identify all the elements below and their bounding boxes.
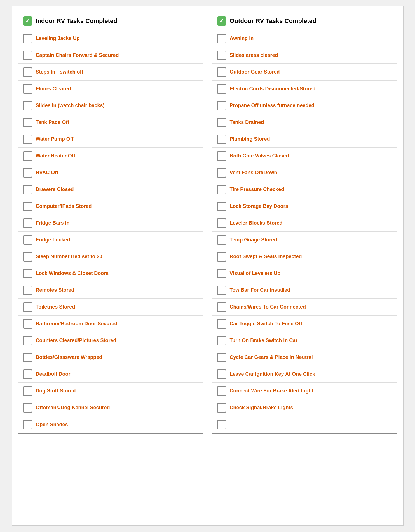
right-item-label-22: Check Signal/Brake Lights bbox=[230, 405, 293, 411]
right-checkbox-10[interactable] bbox=[217, 202, 226, 211]
left-checkbox-22[interactable] bbox=[23, 403, 32, 413]
left-checkbox-21[interactable] bbox=[23, 386, 32, 396]
right-checkbox-5[interactable] bbox=[217, 118, 226, 127]
right-header-checkbox[interactable] bbox=[217, 16, 226, 26]
left-list-item: Computer/IPads Stored bbox=[18, 198, 203, 215]
left-checkbox-10[interactable] bbox=[23, 202, 32, 211]
right-list-item: Turn On Brake Switch In Car bbox=[212, 332, 397, 349]
right-checkbox-6[interactable] bbox=[217, 135, 226, 144]
left-checkbox-4[interactable] bbox=[23, 101, 32, 110]
right-checkbox-2[interactable] bbox=[217, 67, 226, 77]
right-checkbox-14[interactable] bbox=[217, 269, 226, 278]
right-checkbox-23[interactable] bbox=[217, 420, 226, 429]
left-checkbox-3[interactable] bbox=[23, 84, 32, 94]
right-checkbox-4[interactable] bbox=[217, 101, 226, 110]
left-list-item: HVAC Off bbox=[18, 164, 203, 181]
left-checkbox-7[interactable] bbox=[23, 151, 32, 161]
left-checkbox-14[interactable] bbox=[23, 269, 32, 278]
right-checkbox-3[interactable] bbox=[217, 84, 226, 94]
right-checkbox-15[interactable] bbox=[217, 286, 226, 295]
left-item-label-11: Fridge Bars In bbox=[36, 220, 70, 226]
left-checkbox-20[interactable] bbox=[23, 369, 32, 379]
right-item-label-3: Electric Cords Disconnected/Stored bbox=[230, 86, 316, 92]
right-item-label-14: Visual of Levelers Up bbox=[230, 270, 281, 276]
right-list-item: Lock Storage Bay Doors bbox=[212, 198, 397, 215]
left-checkbox-1[interactable] bbox=[23, 51, 32, 60]
right-column: Outdoor RV Tasks Completed Awning InSlid… bbox=[212, 12, 397, 434]
right-checkbox-12[interactable] bbox=[217, 235, 226, 245]
left-list-item: Water Pump Off bbox=[18, 131, 203, 148]
left-checkbox-0[interactable] bbox=[23, 34, 32, 43]
left-item-label-0: Leveling Jacks Up bbox=[36, 36, 80, 41]
left-checkbox-18[interactable] bbox=[23, 336, 32, 345]
right-list-item bbox=[212, 416, 397, 433]
right-checkbox-19[interactable] bbox=[217, 353, 226, 362]
left-checkbox-17[interactable] bbox=[23, 319, 32, 329]
left-checkbox-12[interactable] bbox=[23, 235, 32, 245]
left-item-label-17: Bathroom/Bedroom Door Secured bbox=[36, 321, 118, 327]
right-checkbox-8[interactable] bbox=[217, 168, 226, 178]
right-checklist: Awning InSlides areas clearedOutdoor Gea… bbox=[212, 30, 397, 433]
right-checkbox-22[interactable] bbox=[217, 403, 226, 413]
right-item-label-2: Outdoor Gear Stored bbox=[230, 69, 280, 75]
left-checkbox-8[interactable] bbox=[23, 168, 32, 178]
right-checkbox-17[interactable] bbox=[217, 319, 226, 329]
right-item-label-0: Awning In bbox=[230, 36, 254, 41]
right-column-header: Outdoor RV Tasks Completed bbox=[212, 12, 397, 30]
right-list-item: Roof Swept & Seals Inspected bbox=[212, 248, 397, 265]
right-item-label-6: Plumbing Stored bbox=[230, 136, 270, 142]
right-list-item: Outdoor Gear Stored bbox=[212, 64, 397, 81]
left-checkbox-19[interactable] bbox=[23, 353, 32, 362]
left-column-header: Indoor RV Tasks Completed bbox=[18, 12, 203, 30]
left-list-item: Leveling Jacks Up bbox=[18, 30, 203, 47]
right-checkbox-13[interactable] bbox=[217, 252, 226, 262]
left-list-item: Remotes Stored bbox=[18, 282, 203, 299]
right-checkbox-9[interactable] bbox=[217, 185, 226, 194]
left-list-item: Bottles/Glassware Wrapped bbox=[18, 349, 203, 366]
right-checkbox-11[interactable] bbox=[217, 218, 226, 228]
left-checkbox-16[interactable] bbox=[23, 302, 32, 312]
right-checkbox-16[interactable] bbox=[217, 302, 226, 312]
right-item-label-4: Propane Off unless furnace needed bbox=[230, 103, 315, 109]
left-header-checkbox[interactable] bbox=[23, 16, 32, 26]
left-checkbox-13[interactable] bbox=[23, 252, 32, 262]
right-list-item: Chains/Wires To Car Connected bbox=[212, 299, 397, 316]
right-checkbox-1[interactable] bbox=[217, 51, 226, 60]
left-checklist: Leveling Jacks UpCaptain Chairs Forward … bbox=[18, 30, 203, 433]
left-checkbox-15[interactable] bbox=[23, 286, 32, 295]
left-item-label-5: Tank Pads Off bbox=[36, 119, 69, 125]
left-item-label-6: Water Pump Off bbox=[36, 136, 74, 142]
left-list-item: Open Shades bbox=[18, 416, 203, 433]
left-checkbox-9[interactable] bbox=[23, 185, 32, 194]
left-checkbox-11[interactable] bbox=[23, 218, 32, 228]
left-list-item: Ottomans/Dog Kennel Secured bbox=[18, 399, 203, 416]
left-item-label-13: Sleep Number Bed set to 20 bbox=[36, 254, 102, 260]
left-checkbox-2[interactable] bbox=[23, 67, 32, 77]
right-checkbox-18[interactable] bbox=[217, 336, 226, 345]
right-item-label-8: Vent Fans Off/Down bbox=[230, 170, 277, 176]
left-item-label-4: Slides In (watch chair backs) bbox=[36, 103, 105, 109]
left-list-item: Slides In (watch chair backs) bbox=[18, 97, 203, 114]
left-checkbox-6[interactable] bbox=[23, 135, 32, 144]
left-item-label-21: Dog Stuff Stored bbox=[36, 388, 76, 394]
left-item-label-15: Remotes Stored bbox=[36, 287, 74, 293]
left-checkbox-5[interactable] bbox=[23, 118, 32, 127]
left-checkbox-23[interactable] bbox=[23, 420, 32, 429]
left-item-label-9: Drawers Closed bbox=[36, 187, 74, 192]
left-item-label-19: Bottles/Glassware Wrapped bbox=[36, 354, 102, 360]
right-list-item: Tow Bar For Car Installed bbox=[212, 282, 397, 299]
right-item-label-19: Cycle Car Gears & Place In Neutral bbox=[230, 354, 313, 360]
right-item-label-1: Slides areas cleared bbox=[230, 52, 278, 58]
right-checkbox-21[interactable] bbox=[217, 386, 226, 396]
right-item-label-15: Tow Bar For Car Installed bbox=[230, 287, 290, 293]
left-item-label-12: Fridge Locked bbox=[36, 237, 70, 243]
page-container: Indoor RV Tasks Completed Leveling Jacks… bbox=[12, 6, 404, 526]
right-checkbox-20[interactable] bbox=[217, 369, 226, 379]
right-checkbox-0[interactable] bbox=[217, 34, 226, 43]
left-list-item: Drawers Closed bbox=[18, 181, 203, 198]
right-checkbox-7[interactable] bbox=[217, 151, 226, 161]
right-item-label-18: Turn On Brake Switch In Car bbox=[230, 338, 298, 343]
left-item-label-1: Captain Chairs Forward & Secured bbox=[36, 52, 119, 58]
right-list-item: Temp Guage Stored bbox=[212, 232, 397, 248]
left-list-item: Counters Cleared/Pictures Stored bbox=[18, 332, 203, 349]
